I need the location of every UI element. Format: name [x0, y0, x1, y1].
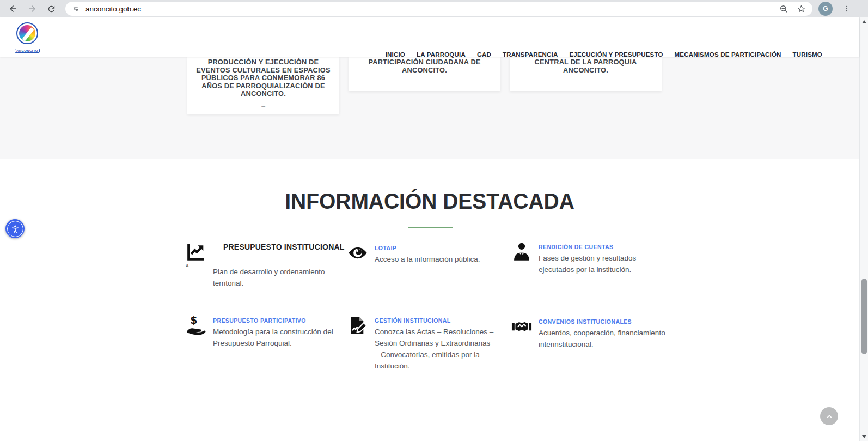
nav-item-inicio[interactable]: INICIO — [386, 51, 405, 58]
zoom-out-icon[interactable] — [778, 3, 790, 15]
site-settings-icon[interactable] — [71, 4, 81, 14]
featured-item: LOTAIP Acceso a la información pública. — [347, 243, 500, 265]
featured-item-title[interactable]: LOTAIP — [375, 245, 500, 251]
news-card-meta: – — [357, 77, 492, 84]
logo-emblem-icon — [16, 22, 38, 44]
nav-item-transparencia[interactable]: TRANSPARENCIA — [503, 51, 558, 58]
refresh-icon[interactable] — [45, 2, 58, 15]
scrollbar-up-arrow[interactable] — [862, 20, 866, 23]
featured-item-desc: Metodología para la construcción del Pre… — [213, 327, 338, 349]
address-bar[interactable]: anconcito.gob.ec — [65, 2, 812, 16]
profile-avatar[interactable]: G — [818, 2, 833, 16]
svg-text:$: $ — [190, 315, 197, 326]
url-text[interactable]: anconcito.gob.ec — [85, 5, 772, 13]
forward-arrow-icon[interactable] — [26, 2, 39, 15]
back-arrow-icon[interactable] — [7, 2, 20, 15]
featured-item: $ PRESUPUESTO PARTICIPATIVO Metodología … — [186, 315, 338, 349]
chevron-up-icon — [825, 412, 834, 421]
featured-item: a PRESUPUESTO INSTITUCIONAL Plan de desa… — [186, 241, 345, 289]
main-navigation: INICIO LA PARROQUIA GAD TRANSPARENCIA EJ… — [386, 35, 822, 74]
featured-item-desc: Acceso a la información pública. — [375, 254, 500, 265]
scroll-to-top-button[interactable] — [820, 407, 838, 425]
line-chart-icon — [186, 241, 206, 262]
featured-item-desc: Conozca las Actas – Resoluciones – Sesió… — [375, 327, 494, 372]
bookmark-star-icon[interactable] — [795, 3, 807, 15]
hand-dollar-icon: $ — [186, 315, 206, 336]
nav-item-ejecucion-presupuesto[interactable]: EJECUCIÓN Y PRESUPUESTO — [570, 51, 663, 58]
nav-item-turismo[interactable]: TURISMO — [793, 51, 822, 58]
accessibility-ring — [7, 221, 23, 237]
news-card-meta: – — [518, 77, 653, 84]
section-divider — [408, 227, 453, 228]
news-card[interactable]: PRODUCCIÓN Y EJECUCIÓN DE EVENTOS CULTUR… — [187, 57, 339, 114]
featured-item-title[interactable]: RENDICIÓN DE CUENTAS — [539, 244, 672, 250]
site-logo[interactable]: ANCONCITO — [15, 22, 40, 53]
featured-item-title[interactable]: PRESUPUESTO PARTICIPATIVO — [213, 317, 338, 324]
news-card-meta: – — [196, 102, 331, 110]
featured-item-desc: Acuerdos, cooperación, financiamiento in… — [539, 328, 670, 351]
handshake-icon — [511, 316, 532, 337]
accessibility-button[interactable] — [5, 219, 25, 238]
browser-menu-icon[interactable] — [841, 2, 853, 15]
featured-item: RENDICIÓN DE CUENTAS Fases de gestión y … — [511, 241, 672, 276]
eye-icon — [347, 243, 368, 263]
nav-item-mecanismos-participacion[interactable]: MECANISMOS DE PARTICIPACIÓN — [675, 51, 781, 58]
nav-item-gad[interactable]: GAD — [477, 51, 491, 58]
logo-banner-text: ANCONCITO — [15, 49, 40, 53]
scrollbar-thumb[interactable] — [861, 279, 867, 354]
news-card-title[interactable]: PRODUCCIÓN Y EJECUCIÓN DE EVENTOS CULTUR… — [196, 58, 331, 98]
nav-item-la-parroquia[interactable]: LA PARROQUIA — [417, 51, 466, 58]
vertical-scrollbar[interactable] — [859, 17, 868, 441]
scrollbar-down-arrow[interactable] — [862, 435, 866, 438]
featured-item-desc: Fases de gestión y resultados ejecutados… — [539, 253, 672, 276]
featured-item: GESTIÓN INSTITUCIONAL Conozca las Actas … — [347, 315, 494, 372]
featured-item: CONVENIOS INSTITUCIONALES Acuerdos, coop… — [511, 316, 670, 351]
featured-item-title[interactable]: CONVENIOS INSTITUCIONALES — [539, 318, 670, 325]
featured-item-desc: Plan de desarrollo y ordenamiento territ… — [213, 267, 328, 289]
document-pen-icon — [347, 315, 368, 336]
featured-item-title[interactable]: PRESUPUESTO INSTITUCIONAL — [223, 243, 345, 251]
icon-caption: a — [186, 263, 210, 268]
browser-toolbar: anconcito.gob.ec G — [0, 0, 868, 17]
featured-item-title[interactable]: GESTIÓN INSTITUCIONAL — [375, 317, 494, 324]
person-icon — [511, 241, 532, 262]
section-title: INFORMACIÓN DESTACADA — [21, 189, 838, 214]
site-header: ANCONCITO INICIO LA PARROQUIA GAD TRANSP… — [0, 17, 859, 57]
